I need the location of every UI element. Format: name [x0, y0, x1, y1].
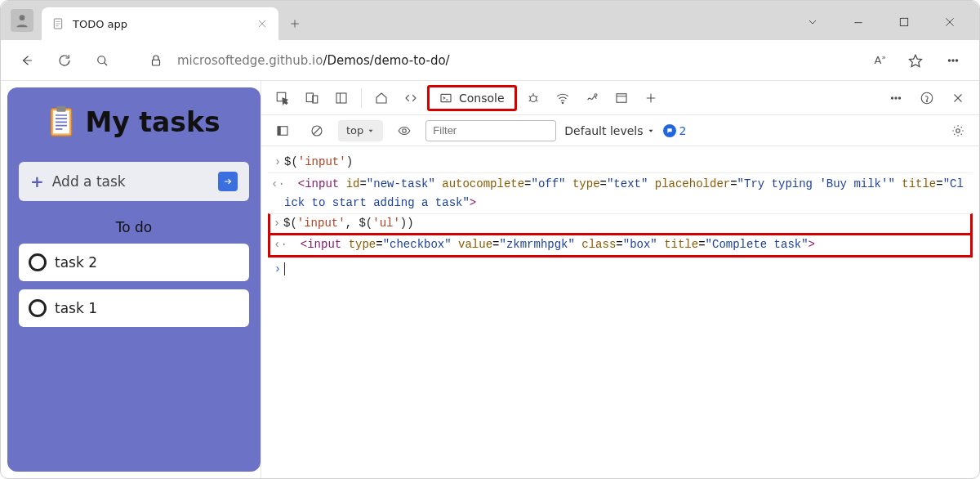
inspect-element-button[interactable]	[270, 85, 296, 111]
svg-rect-33	[336, 93, 346, 103]
prompt-chevron-icon: ›	[271, 260, 284, 278]
add-task-card[interactable]: + Add a task	[19, 162, 249, 201]
device-emulation-button[interactable]	[299, 85, 325, 111]
refresh-button[interactable]	[53, 49, 76, 72]
tasks-header: My tasks	[19, 104, 249, 141]
url-path: /Demos/demo-to-do/	[323, 53, 449, 68]
prompt-chevron-icon: ›	[271, 153, 284, 171]
svg-rect-23	[57, 106, 66, 112]
svg-point-49	[891, 96, 893, 98]
issues-icon	[663, 124, 676, 137]
console-input[interactable]	[284, 260, 969, 278]
svg-rect-45	[617, 93, 626, 102]
task-row[interactable]: task 1	[19, 289, 249, 327]
console-input-line: › $('input')	[268, 151, 973, 172]
browser-tabbar: TODO app	[1, 1, 979, 40]
read-aloud-button[interactable]: A»	[875, 53, 886, 66]
console-result-line: ‹· <input id="new-task" autocomplete="of…	[268, 172, 973, 213]
execution-context-selector[interactable]: top	[338, 120, 383, 141]
svg-marker-60	[369, 129, 373, 132]
console-result-line-highlighted: ‹· <input type="checkbox" value="zkmrmhp…	[268, 233, 973, 257]
console-settings-button[interactable]	[945, 118, 971, 144]
site-lock-icon[interactable]	[145, 49, 167, 72]
svg-line-40	[536, 96, 537, 97]
issues-button[interactable]: 2	[663, 124, 687, 137]
svg-point-50	[895, 96, 897, 98]
svg-line-39	[528, 96, 530, 97]
address-bar[interactable]: microsoftedge.github.io/Demos/demo-to-do…	[145, 49, 927, 72]
issues-count: 2	[679, 124, 687, 137]
svg-point-14	[98, 56, 105, 63]
svg-point-53	[926, 101, 927, 101]
minimize-button[interactable]	[847, 11, 870, 34]
profile-avatar[interactable]	[11, 9, 33, 32]
todo-section-label: To do	[19, 219, 249, 235]
svg-marker-17	[910, 55, 922, 66]
svg-point-18	[948, 59, 950, 60]
performance-icon[interactable]	[579, 85, 605, 111]
log-level-selector[interactable]: Default levels	[564, 124, 654, 137]
console-output[interactable]: › $('input') ‹· <input id="new-task" aut…	[261, 146, 979, 284]
devtools-tabbar: Console	[261, 81, 979, 115]
svg-line-42	[536, 100, 537, 101]
console-toolbar: top Default levels 2	[261, 115, 979, 146]
more-tabs-button[interactable]	[638, 85, 664, 111]
svg-marker-62	[648, 129, 653, 132]
favorite-star-button[interactable]	[904, 49, 927, 72]
result-chevron-icon: ‹·	[274, 235, 287, 253]
application-icon[interactable]	[608, 85, 635, 111]
context-label: top	[346, 124, 363, 137]
svg-line-59	[314, 128, 320, 134]
console-filter-input[interactable]	[425, 120, 556, 141]
network-wifi-icon[interactable]	[550, 85, 576, 111]
live-expression-button[interactable]	[391, 118, 417, 144]
url-text: microsoftedge.github.io/Demos/demo-to-do…	[177, 53, 450, 68]
dock-side-button[interactable]	[328, 85, 354, 111]
svg-point-63	[956, 128, 960, 132]
browser-tab[interactable]: TODO app	[42, 7, 278, 40]
elements-tab-icon[interactable]	[398, 85, 424, 111]
console-prompt[interactable]: ›	[268, 257, 973, 280]
devtools-more-button[interactable]	[883, 85, 909, 111]
plus-icon: +	[30, 172, 44, 191]
task-row[interactable]: task 2	[19, 244, 249, 281]
maximize-button[interactable]	[893, 11, 915, 34]
svg-point-37	[530, 96, 537, 102]
new-tab-button[interactable]	[278, 7, 311, 40]
toggle-sidebar-button[interactable]	[270, 118, 296, 144]
window-controls	[801, 11, 979, 40]
levels-label: Default levels	[564, 124, 643, 137]
svg-rect-10	[900, 18, 907, 25]
task-checkbox[interactable]	[29, 299, 47, 317]
favicon-document-icon	[51, 17, 65, 30]
tasks-app: My tasks + Add a task To do task 2 task …	[7, 87, 261, 472]
back-button[interactable]	[16, 49, 38, 72]
welcome-tab-icon[interactable]	[368, 85, 394, 111]
tab-title: TODO app	[73, 18, 247, 30]
console-result[interactable]: <input type="checkbox" value="zkmrmhpgk"…	[287, 235, 967, 253]
window-close-button[interactable]	[938, 11, 961, 34]
svg-rect-57	[278, 126, 281, 135]
chevron-down-icon[interactable]	[801, 11, 824, 34]
url-host: microsoftedge.github.io	[177, 53, 323, 68]
svg-point-20	[956, 59, 957, 60]
help-button[interactable]	[914, 85, 940, 111]
add-task-placeholder: Add a task	[52, 173, 210, 190]
task-checkbox[interactable]	[29, 253, 47, 271]
prompt-chevron-icon: ›	[270, 214, 283, 232]
svg-rect-35	[441, 94, 451, 101]
console-command: $('input')	[284, 153, 969, 171]
console-tab[interactable]: Console	[427, 85, 517, 111]
clear-console-button[interactable]	[304, 118, 330, 144]
browser-navbar: microsoftedge.github.io/Demos/demo-to-do…	[1, 40, 979, 81]
sources-bug-icon[interactable]	[520, 85, 546, 111]
tab-close-button[interactable]	[256, 17, 269, 30]
content-area: My tasks + Add a task To do task 2 task …	[1, 81, 979, 478]
search-button[interactable]	[91, 49, 114, 72]
console-result[interactable]: <input id="new-task" autocomplete="off" …	[284, 175, 969, 212]
devtools-close-button[interactable]	[945, 85, 971, 111]
console-input-line-highlighted: › $('input', $('ul'))	[268, 213, 973, 235]
submit-task-button[interactable]	[218, 172, 238, 191]
more-menu-button[interactable]	[942, 49, 964, 72]
tasks-title: My tasks	[85, 106, 220, 138]
